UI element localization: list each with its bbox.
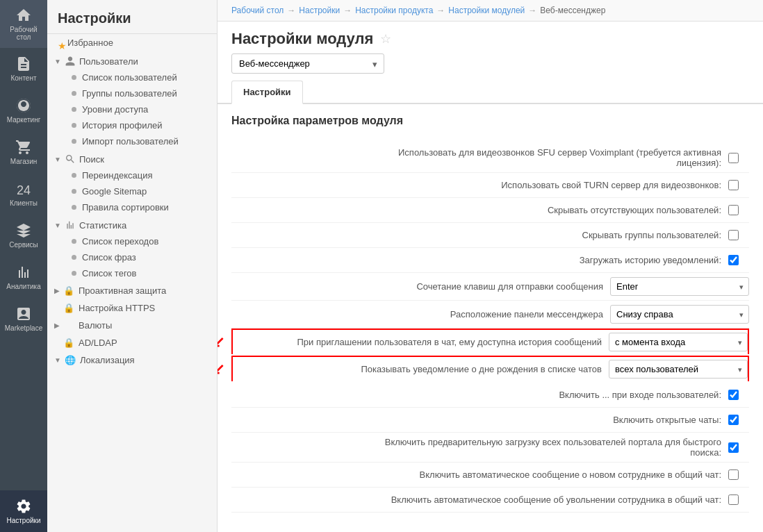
nav-desktop[interactable]: Рабочий стол [0, 0, 47, 48]
setting-row-11: Включить предварительную загрузку всех п… [231, 433, 749, 463]
bullet-icon [72, 189, 76, 194]
nav-clients[interactable]: 24 Клиенты [0, 173, 47, 215]
sidebar-sub-reindex[interactable]: Переиндексация [47, 167, 217, 183]
nav-settings-label: Настройки [6, 517, 40, 524]
setting-label-12: Включить автоматическое сообщение о ново… [367, 469, 728, 480]
bullet-icon [72, 239, 76, 244]
setting-label-3: Скрывать группы пользователей: [367, 230, 728, 240]
arrow-down-icon: ▼ [54, 58, 61, 65]
setting-control-2 [728, 205, 749, 215]
checkbox-11[interactable] [728, 442, 739, 453]
nav-analytics[interactable]: Аналитика [0, 256, 47, 298]
nav-settings[interactable]: Настройки [0, 490, 47, 532]
favorite-star-button[interactable]: ☆ [380, 31, 391, 47]
checkbox-13[interactable] [728, 494, 739, 505]
main-content: Рабочий стол → Настройки → Настройки про… [218, 0, 763, 532]
sidebar-sub-sort-rules[interactable]: Правила сортировки [47, 199, 217, 215]
checkbox-3[interactable] [728, 230, 739, 240]
breadcrumb: Рабочий стол → Настройки → Настройки про… [218, 0, 763, 22]
breadcrumb-desktop[interactable]: Рабочий стол [231, 6, 284, 15]
setting-row-3: Скрывать группы пользователей: [231, 223, 749, 248]
section-title: Настройка параметров модуля [231, 115, 749, 133]
setting-control-3 [728, 230, 749, 240]
setting-control-12 [728, 469, 749, 480]
sidebar-sub-tags[interactable]: Список тегов [47, 265, 217, 281]
select-5[interactable]: EnterCtrl+EnterShift+Enter [610, 277, 749, 296]
star-icon: ★ [58, 40, 63, 46]
search-icon [65, 153, 76, 165]
sidebar: Настройки ★ Избранное ▼ Пользователи Спи… [47, 0, 218, 532]
nav-shop-label: Магазин [10, 158, 38, 165]
setting-label-2: Скрывать отсутствующих пользователей: [367, 205, 728, 215]
setting-label-10: Включить открытые чаты: [367, 415, 728, 425]
sidebar-group-currencies[interactable]: ▶ Валюты [47, 316, 217, 333]
checkbox-9[interactable] [728, 390, 739, 400]
sidebar-sub-users-list[interactable]: Список пользователей [47, 69, 217, 85]
setting-row-13: Включить автоматическое сообщение об уво… [231, 488, 749, 513]
nav-services-label: Сервисы [9, 241, 38, 249]
sidebar-group-users[interactable]: ▼ Пользователи [47, 51, 217, 69]
globe-icon: 🌐 [65, 355, 76, 365]
page-title: Настройки модуля [231, 30, 373, 48]
setting-label-11: Включить предварительную загрузку всех п… [367, 437, 728, 458]
nav-marketing-label: Маркетинг [7, 116, 41, 124]
tab-settings[interactable]: Настройки [231, 81, 303, 104]
sidebar-item-favorites[interactable]: ★ Избранное [47, 34, 217, 51]
setting-label-13: Включить автоматическое сообщение об уво… [367, 494, 728, 505]
nav-marketing[interactable]: Маркетинг [0, 90, 47, 131]
sidebar-group-stats[interactable]: ▼ Статистика [47, 215, 217, 233]
select-8[interactable]: всех пользователейникому [609, 360, 748, 379]
checkbox-0[interactable] [728, 153, 739, 163]
select-7[interactable]: с момента входаполная история [609, 333, 748, 351]
checkbox-12[interactable] [728, 469, 739, 480]
module-select[interactable]: Веб-мессенджер [231, 53, 384, 74]
nav-bar: Рабочий стол Контент Маркетинг Магазин 2… [0, 0, 47, 532]
breadcrumb-current: Веб-мессенджер [540, 6, 605, 15]
sidebar-sub-profile-history[interactable]: История профилей [47, 117, 217, 133]
sidebar-sub-transitions[interactable]: Список переходов [47, 233, 217, 249]
checkbox-2[interactable] [728, 205, 739, 215]
setting-label-8: Показывать уведомление о дне рождения в … [247, 364, 609, 374]
sidebar-group-proactive[interactable]: ▶ 🔒 Проактивная защита [47, 281, 217, 299]
sidebar-group-adldap[interactable]: ▶ 🔒 AD/LDAP [47, 333, 217, 351]
sidebar-sub-users-groups[interactable]: Группы пользователей [47, 85, 217, 101]
sidebar-group-https[interactable]: ▶ 🔒 Настройка HTTPS [47, 299, 217, 316]
nav-marketplace[interactable]: Marketplace [0, 298, 47, 340]
setting-label-0: Использовать для видеозвонков SFU сервер… [367, 147, 728, 168]
setting-control-11 [728, 442, 749, 453]
sidebar-group-localization[interactable]: ▼ 🌐 Локализация [47, 351, 217, 368]
checkbox-1[interactable] [728, 180, 739, 190]
nav-clients-label: Клиенты [10, 199, 38, 207]
nav-shop[interactable]: Магазин [0, 131, 47, 173]
bullet-icon [72, 139, 76, 144]
checkbox-10[interactable] [728, 415, 739, 425]
stats-icon [65, 219, 76, 231]
setting-label-6: Расположение панели мессенджера [249, 309, 610, 319]
sidebar-sub-import-users[interactable]: Импорт пользователей [47, 133, 217, 149]
setting-row-7: ↙При приглашении пользователя в чат, ему… [231, 329, 749, 354]
checkbox-4[interactable] [728, 255, 739, 265]
sidebar-sub-access-levels[interactable]: Уровни доступа [47, 101, 217, 117]
setting-control-13 [728, 494, 749, 505]
sidebar-sub-phrases[interactable]: Список фраз [47, 249, 217, 265]
nav-marketplace-label: Marketplace [5, 324, 42, 332]
nav-services[interactable]: Сервисы [0, 215, 47, 256]
setting-label-4: Загружать историю уведомлений: [367, 255, 728, 265]
setting-control-9 [728, 390, 749, 400]
bullet-icon [72, 271, 76, 276]
nav-content-label: Контент [10, 74, 36, 82]
breadcrumb-product-settings[interactable]: Настройки продукта [355, 6, 433, 15]
breadcrumb-module-settings[interactable]: Настройки модулей [448, 6, 525, 15]
breadcrumb-sep: → [436, 6, 445, 15]
sidebar-group-search[interactable]: ▼ Поиск [47, 149, 217, 167]
user-icon [65, 56, 76, 67]
arrow-right-icon: ▶ [54, 322, 60, 329]
select-6[interactable]: Снизу справаСнизу слева [610, 305, 749, 324]
settings-rows: Использовать для видеозвонков SFU сервер… [231, 143, 749, 513]
setting-control-10 [728, 415, 749, 425]
nav-content[interactable]: Контент [0, 48, 47, 90]
breadcrumb-settings[interactable]: Настройки [299, 6, 340, 15]
svg-text:24: 24 [17, 183, 31, 197]
sidebar-sub-google-sitemap[interactable]: Google Sitemap [47, 183, 217, 199]
setting-label-1: Использовать свой TURN сервер для видеоз… [367, 180, 728, 190]
